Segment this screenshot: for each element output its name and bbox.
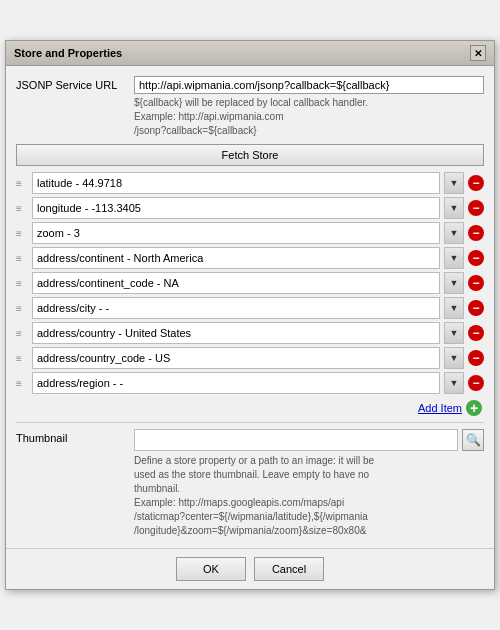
drag-handle-icon[interactable]: ≡ <box>16 328 28 339</box>
thumbnail-label: Thumbnail <box>16 429 126 444</box>
drag-handle-icon[interactable]: ≡ <box>16 353 28 364</box>
table-row: ≡ address/city - - ▼ − <box>16 297 484 319</box>
item-text-3: address/continent - North America <box>32 247 440 269</box>
remove-button-2[interactable]: − <box>468 225 484 241</box>
table-row: ≡ address/country - United States ▼ − <box>16 322 484 344</box>
store-properties-dialog: Store and Properties ✕ JSONP Service URL… <box>5 40 495 590</box>
items-list: ≡ latitude - 44.9718 ▼ − ≡ longitude - -… <box>16 172 484 394</box>
table-row: ≡ longitude - -113.3405 ▼ − <box>16 197 484 219</box>
item-text-0: latitude - 44.9718 <box>32 172 440 194</box>
add-item-row: Add Item + <box>16 400 484 416</box>
thumbnail-field-row: Thumbnail 🔍 Define a store property or a… <box>16 429 484 538</box>
drag-handle-icon[interactable]: ≡ <box>16 228 28 239</box>
cancel-button[interactable]: Cancel <box>254 557 324 581</box>
thumbnail-section: Thumbnail 🔍 Define a store property or a… <box>16 422 484 538</box>
remove-button-3[interactable]: − <box>468 250 484 266</box>
drag-handle-icon[interactable]: ≡ <box>16 178 28 189</box>
ok-button[interactable]: OK <box>176 557 246 581</box>
item-text-7: address/country_code - US <box>32 347 440 369</box>
dropdown-arrow-1[interactable]: ▼ <box>444 197 464 219</box>
table-row: ≡ address/region - - ▼ − <box>16 372 484 394</box>
fetch-store-button[interactable]: Fetch Store <box>16 144 484 166</box>
search-button[interactable]: 🔍 <box>462 429 484 451</box>
dialog-title: Store and Properties <box>14 47 122 59</box>
item-text-2: zoom - 3 <box>32 222 440 244</box>
add-item-plus-icon[interactable]: + <box>466 400 482 416</box>
url-field-value: ${callback} will be replaced by local ca… <box>134 76 484 138</box>
dropdown-arrow-3[interactable]: ▼ <box>444 247 464 269</box>
url-input[interactable] <box>134 76 484 94</box>
remove-button-0[interactable]: − <box>468 175 484 191</box>
thumbnail-input-row: 🔍 <box>134 429 484 451</box>
drag-handle-icon[interactable]: ≡ <box>16 253 28 264</box>
item-text-5: address/city - - <box>32 297 440 319</box>
titlebar: Store and Properties ✕ <box>6 41 494 66</box>
remove-button-7[interactable]: − <box>468 350 484 366</box>
close-button[interactable]: ✕ <box>470 45 486 61</box>
drag-handle-icon[interactable]: ≡ <box>16 203 28 214</box>
table-row: ≡ address/continent_code - NA ▼ − <box>16 272 484 294</box>
dropdown-arrow-7[interactable]: ▼ <box>444 347 464 369</box>
dropdown-arrow-0[interactable]: ▼ <box>444 172 464 194</box>
url-field-row: JSONP Service URL ${callback} will be re… <box>16 76 484 138</box>
table-row: ≡ zoom - 3 ▼ − <box>16 222 484 244</box>
remove-button-6[interactable]: − <box>468 325 484 341</box>
dropdown-arrow-4[interactable]: ▼ <box>444 272 464 294</box>
item-text-8: address/region - - <box>32 372 440 394</box>
dropdown-arrow-5[interactable]: ▼ <box>444 297 464 319</box>
remove-button-4[interactable]: − <box>468 275 484 291</box>
dropdown-arrow-2[interactable]: ▼ <box>444 222 464 244</box>
item-text-1: longitude - -113.3405 <box>32 197 440 219</box>
item-text-4: address/continent_code - NA <box>32 272 440 294</box>
table-row: ≡ latitude - 44.9718 ▼ − <box>16 172 484 194</box>
drag-handle-icon[interactable]: ≡ <box>16 278 28 289</box>
thumbnail-field-value: 🔍 Define a store property or a path to a… <box>134 429 484 538</box>
thumbnail-hint: Define a store property or a path to an … <box>134 454 484 538</box>
remove-button-5[interactable]: − <box>468 300 484 316</box>
thumbnail-input[interactable] <box>134 429 458 451</box>
add-item-link[interactable]: Add Item <box>418 402 462 414</box>
remove-button-1[interactable]: − <box>468 200 484 216</box>
url-hint: ${callback} will be replaced by local ca… <box>134 96 484 138</box>
dialog-content: JSONP Service URL ${callback} will be re… <box>6 66 494 548</box>
remove-button-8[interactable]: − <box>468 375 484 391</box>
drag-handle-icon[interactable]: ≡ <box>16 378 28 389</box>
url-label: JSONP Service URL <box>16 76 126 91</box>
dropdown-arrow-8[interactable]: ▼ <box>444 372 464 394</box>
item-text-6: address/country - United States <box>32 322 440 344</box>
table-row: ≡ address/continent - North America ▼ − <box>16 247 484 269</box>
dropdown-arrow-6[interactable]: ▼ <box>444 322 464 344</box>
button-bar: OK Cancel <box>6 548 494 589</box>
table-row: ≡ address/country_code - US ▼ − <box>16 347 484 369</box>
drag-handle-icon[interactable]: ≡ <box>16 303 28 314</box>
